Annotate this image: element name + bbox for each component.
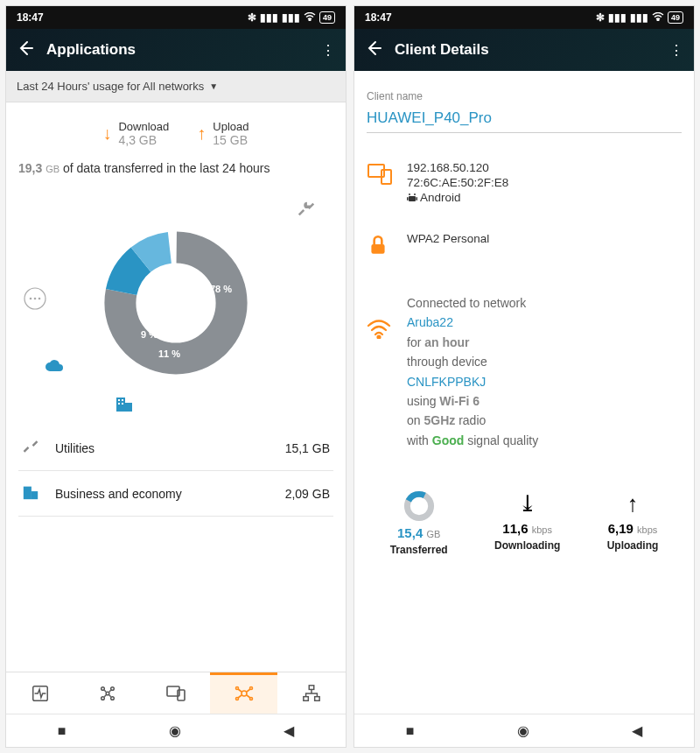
svg-point-14	[141, 268, 211, 338]
wifi-icon	[304, 11, 316, 24]
svg-rect-30	[309, 685, 314, 689]
more-icon[interactable]	[24, 287, 46, 313]
signal-icon-2: ▮▮▮	[282, 11, 300, 24]
signal-icon: ▮▮▮	[260, 11, 278, 24]
app-bar: Client Details ⋮	[354, 29, 694, 71]
time-filter-dropdown[interactable]: Last 24 Hours' usage for All networks ▼	[6, 71, 346, 102]
upload-icon: ↑	[626, 490, 638, 517]
lock-icon	[367, 234, 393, 260]
connection-block: Connected to network Aruba22 for an hour…	[367, 293, 682, 450]
download-stat: ↓ Download 4,3 GB	[102, 120, 169, 147]
svg-rect-5	[116, 398, 125, 412]
svg-point-37	[409, 194, 410, 195]
tab-devices[interactable]	[142, 672, 210, 714]
svg-rect-10	[122, 403, 123, 405]
tab-health[interactable]	[6, 672, 74, 714]
connection-text: Connected to network Aruba22 for an hour…	[407, 293, 538, 450]
system-nav-bar: ■ ◉ ◀	[354, 714, 694, 747]
main-content: ↓ Download 4,3 GB ↑ Upload 15 GB 19,3 GB…	[6, 102, 346, 672]
status-indicators: ✻ ▮▮▮ ▮▮▮ 49	[248, 11, 335, 24]
back-button[interactable]	[17, 39, 34, 60]
app-usage-list: Utilities 15,1 GB Business and economy 2…	[18, 426, 333, 517]
recent-apps-button[interactable]: ■	[58, 723, 66, 739]
list-item[interactable]: Business and economy 2,09 GB	[18, 471, 333, 517]
tab-topology[interactable]	[277, 672, 346, 714]
tab-applications[interactable]	[210, 672, 278, 714]
download-value: 4,3 GB	[118, 133, 169, 147]
svg-point-33	[657, 19, 659, 21]
svg-rect-8	[122, 399, 123, 401]
back-nav-button[interactable]: ◀	[284, 722, 294, 739]
recent-apps-button[interactable]: ■	[406, 723, 415, 739]
svg-point-38	[414, 194, 416, 195]
back-button[interactable]	[365, 39, 382, 60]
svg-rect-40	[416, 197, 418, 201]
security-block: WPA2 Personal	[367, 232, 682, 260]
download-label: Download	[118, 120, 169, 133]
upload-stat: ↑ Upload 15 GB	[197, 120, 248, 147]
donut-pct-other: 9 %	[141, 329, 158, 340]
devices-icon	[367, 163, 393, 189]
bluetooth-icon: ✻	[248, 11, 256, 24]
upload-label: Upload	[213, 120, 248, 133]
list-item[interactable]: Utilities 15,1 GB	[18, 426, 333, 471]
svg-point-19	[111, 686, 115, 690]
stat-downloading: ⤓ 11,6 kbps Downloading	[494, 490, 560, 556]
svg-point-4	[38, 298, 41, 300]
app-bar: Applications ⋮	[6, 29, 346, 71]
download-arrow-icon: ↓	[102, 123, 111, 144]
svg-point-25	[242, 691, 247, 696]
client-name-label: Client name	[367, 90, 682, 102]
device-os: Android	[407, 191, 508, 204]
app-name: Business and economy	[55, 487, 273, 501]
download-icon: ⤓	[518, 490, 537, 517]
svg-point-2	[30, 298, 32, 300]
svg-point-20	[102, 696, 105, 700]
security-value: WPA2 Personal	[407, 232, 489, 245]
main-content: Client name 192.168.50.120 72:6C:AE:50:2…	[354, 71, 694, 714]
tools-icon	[297, 200, 316, 222]
svg-rect-9	[118, 403, 120, 405]
svg-point-18	[102, 686, 105, 690]
app-name: Utilities	[55, 441, 273, 455]
svg-point-22	[107, 692, 110, 695]
building-icon	[115, 394, 134, 417]
home-button[interactable]: ◉	[169, 722, 181, 739]
svg-rect-7	[118, 399, 120, 401]
upload-value: 15 GB	[213, 133, 248, 147]
filter-label: Last 24 Hours' usage for All networks	[17, 80, 204, 93]
traffic-stats: 15,4 GB Transferred ⤓ 11,6 kbps Download…	[367, 490, 682, 556]
svg-rect-41	[371, 244, 384, 254]
client-name-input[interactable]	[367, 106, 682, 133]
device-ip: 192.168.50.120	[407, 161, 508, 174]
overflow-menu-button[interactable]: ⋮	[669, 42, 683, 59]
svg-point-3	[34, 298, 37, 300]
svg-rect-39	[407, 197, 409, 201]
device-info-block: 192.168.50.120 72:6C:AE:50:2F:E8 Android	[367, 161, 682, 204]
system-nav-bar: ■ ◉ ◀	[6, 714, 346, 747]
page-title: Client Details	[395, 41, 657, 59]
chevron-down-icon: ▼	[209, 81, 218, 91]
signal-icon-2: ▮▮▮	[630, 11, 648, 24]
battery-indicator: 49	[668, 11, 683, 24]
svg-point-0	[309, 19, 311, 21]
stat-transferred: 15,4 GB Transferred	[390, 490, 448, 556]
network-name-link[interactable]: Aruba22	[407, 315, 453, 329]
bluetooth-icon: ✻	[596, 11, 605, 24]
svg-rect-16	[32, 491, 38, 499]
donut-svg: 78 % 11 % 9 %	[102, 229, 249, 380]
device-name-link[interactable]: CNLFKPPBKJ	[407, 375, 486, 389]
home-button[interactable]: ◉	[517, 722, 529, 739]
bottom-tab-bar	[6, 672, 346, 714]
svg-point-42	[378, 336, 381, 339]
stat-uploading: ↑ 6,19 kbps Uploading	[607, 490, 659, 556]
svg-point-45	[411, 499, 426, 514]
overflow-menu-button[interactable]: ⋮	[321, 42, 335, 59]
svg-rect-32	[315, 696, 320, 700]
status-bar: 18:47 ✻ ▮▮▮ ▮▮▮ 49	[6, 6, 346, 29]
usage-donut-chart: 78 % 11 % 9 %	[18, 191, 333, 419]
tab-clients[interactable]	[74, 672, 143, 714]
back-nav-button[interactable]: ◀	[632, 722, 642, 739]
applications-screen: 18:47 ✻ ▮▮▮ ▮▮▮ 49 Applications ⋮ Last 2…	[5, 5, 346, 748]
tools-icon	[22, 438, 43, 458]
